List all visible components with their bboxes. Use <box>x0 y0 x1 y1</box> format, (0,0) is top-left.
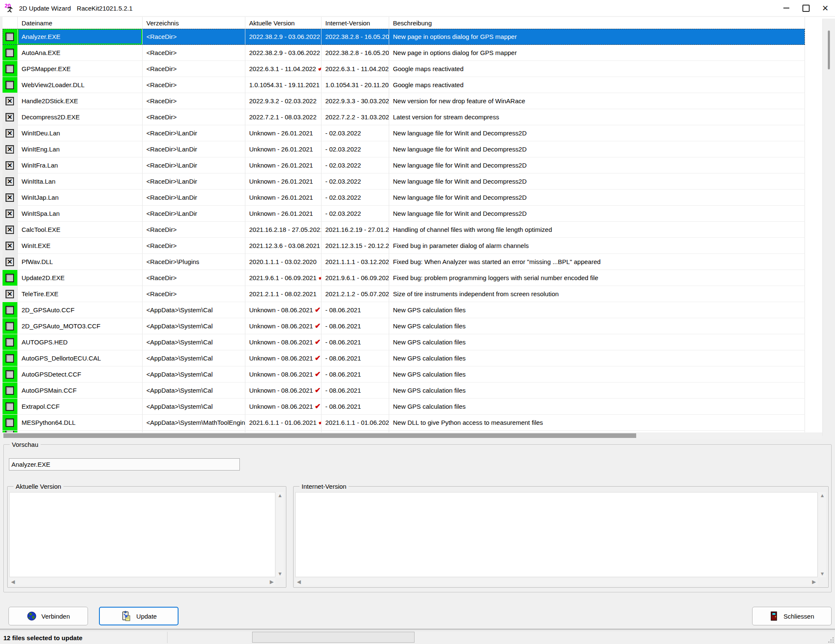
file-name-cell[interactable]: Handle2DStick.EXE <box>18 93 143 109</box>
file-name-cell[interactable]: AUTOGPS.HED <box>18 334 143 350</box>
description-cell[interactable]: New language file for WinIt and Decompre… <box>389 206 805 222</box>
file-name-cell[interactable]: GPSMapper.EXE <box>18 61 143 77</box>
table-row[interactable]: ✕Decompress2D.EXE<RaceDir>2022.7.2.1 - 0… <box>3 109 805 125</box>
checkbox-icon[interactable] <box>5 322 14 330</box>
checkbox-icon[interactable] <box>5 418 14 427</box>
internet-version-cell[interactable]: - 02.03.2022 <box>321 190 389 206</box>
description-cell[interactable]: New language file for WinIt and Decompre… <box>389 173 805 190</box>
table-row[interactable]: ✕WinItFra.Lan<RaceDir>\LanDirUnknown - 2… <box>3 157 805 173</box>
table-row[interactable]: AutoAna.EXE<RaceDir>2022.38.2.9 - 03.06.… <box>3 45 805 61</box>
internet-version-cell[interactable]: 2022.38.2.8 - 16.05.2022 <box>321 45 389 61</box>
internet-version-cell[interactable]: - 02.03.2022 <box>321 206 389 222</box>
scroll-right-icon[interactable]: ▶ <box>812 579 816 584</box>
checkbox-icon[interactable] <box>5 65 14 73</box>
internet-version-cell[interactable]: - 08.06.2021 <box>321 334 389 350</box>
table-row[interactable]: Extrapol.CCF<AppData>\System\CalUnknown … <box>3 399 805 415</box>
row-checkbox-cell[interactable] <box>3 77 18 93</box>
column-header-Aktuelle Version[interactable]: Aktuelle Version <box>245 17 321 29</box>
column-header-Verzeichnis[interactable]: Verzeichnis <box>143 17 245 29</box>
directory-cell[interactable]: <RaceDir> <box>143 61 245 77</box>
checkbox-excluded-icon[interactable]: ✕ <box>5 177 14 186</box>
checkbox-excluded-icon[interactable]: ✕ <box>5 209 14 218</box>
table-row[interactable]: ✕WinItEng.Lan<RaceDir>\LanDirUnknown - 2… <box>3 141 805 157</box>
row-checkbox-cell[interactable] <box>3 61 18 77</box>
directory-cell[interactable]: <RaceDir> <box>143 270 245 286</box>
row-checkbox-cell[interactable] <box>3 270 18 286</box>
description-cell[interactable]: New DLL to give Python access to measure… <box>389 415 805 431</box>
file-name-cell[interactable]: 2D_GPSAuto_MOTO3.CCF <box>18 318 143 334</box>
checkbox-icon[interactable] <box>5 370 14 379</box>
checkbox-icon[interactable] <box>5 33 14 41</box>
internet-version-hscrollbar[interactable]: ◀ ▶ <box>295 578 818 586</box>
directory-cell[interactable]: <AppData>\System\Cal <box>143 334 245 350</box>
row-checkbox-cell[interactable]: ✕ <box>3 286 18 302</box>
row-checkbox-cell[interactable]: ✕ <box>3 93 18 109</box>
row-checkbox-cell[interactable] <box>3 318 18 334</box>
description-cell[interactable]: New language file for WinIt and Decompre… <box>389 190 805 206</box>
table-row[interactable]: 2D_GPSAuto.CCF<AppData>\System\CalUnknow… <box>3 302 805 318</box>
current-version-cell[interactable]: 2022.9.3.2 - 02.03.2022 <box>245 93 321 109</box>
checkbox-excluded-icon[interactable]: ✕ <box>5 258 14 266</box>
description-cell[interactable]: Google maps reactivated <box>389 61 805 77</box>
current-version-cell[interactable]: 2020.1.1.1 - 03.02.2020 <box>245 254 321 270</box>
directory-cell[interactable]: <RaceDir>\LanDir <box>143 157 245 173</box>
description-cell[interactable]: New GPS calculation files <box>389 302 805 318</box>
file-name-cell[interactable]: TeleTire.EXE <box>18 286 143 302</box>
file-name-cell[interactable]: WinItIta.Lan <box>18 173 143 190</box>
file-name-cell[interactable]: WinItJap.Lan <box>18 190 143 206</box>
current-version-cell[interactable]: Unknown - 26.01.2021 <box>245 125 321 141</box>
resize-grip[interactable] <box>828 637 834 643</box>
table-row[interactable]: AutoGPSMain.CCF<AppData>\System\CalUnkno… <box>3 383 805 399</box>
table-row[interactable]: 2D_GPSAuto_MOTO3.CCF<AppData>\System\Cal… <box>3 318 805 334</box>
file-name-cell[interactable]: WinItDeu.Lan <box>18 125 143 141</box>
directory-cell[interactable]: <AppData>\System\Cal <box>143 383 245 399</box>
internet-version-cell[interactable]: 1.0.1054.31 - 20.11.2021 <box>321 77 389 93</box>
internet-version-cell[interactable]: - 02.03.2022 <box>321 141 389 157</box>
checkbox-excluded-icon[interactable]: ✕ <box>5 129 14 138</box>
internet-version-cell[interactable]: 2022.38.2.8 - 16.05.2022 <box>321 29 389 45</box>
column-header-Dateiname[interactable]: Dateiname <box>18 17 143 29</box>
file-name-cell[interactable]: WinItSpa.Lan <box>18 206 143 222</box>
update-button[interactable]: Update <box>99 607 179 625</box>
directory-cell[interactable]: <AppData>\System\Cal <box>143 399 245 415</box>
file-name-cell[interactable]: WebView2Loader.DLL <box>18 77 143 93</box>
current-version-cell[interactable]: Unknown - 08.06.2021✔ <box>245 318 321 334</box>
current-version-cell[interactable]: Unknown - 08.06.2021✔ <box>245 383 321 399</box>
current-version-cell[interactable]: Unknown - 26.01.2021 <box>245 141 321 157</box>
directory-cell[interactable]: <RaceDir> <box>143 109 245 125</box>
description-cell[interactable]: New GPS calculation files <box>389 366 805 383</box>
internet-version-cell[interactable]: 2021.9.6.1 - 06.09.2021 <box>321 270 389 286</box>
current-version-cell[interactable]: Unknown - 26.01.2021 <box>245 157 321 173</box>
row-checkbox-cell[interactable] <box>3 29 18 45</box>
description-cell[interactable]: Fixed bug in parameter dialog of alarm c… <box>389 238 805 254</box>
internet-version-cell[interactable]: 2021.2.1.2 - 05.07.2021 <box>321 286 389 302</box>
checkbox-excluded-icon[interactable]: ✕ <box>5 145 14 154</box>
description-cell[interactable]: New language file for WinIt and Decompre… <box>389 141 805 157</box>
row-checkbox-cell[interactable]: ✕ <box>3 254 18 270</box>
directory-cell[interactable]: <AppData>\System\Cal <box>143 302 245 318</box>
current-version-cell[interactable]: Unknown - 26.01.2021 <box>245 173 321 190</box>
current-version-cell[interactable]: Unknown - 08.06.2021✔ <box>245 334 321 350</box>
file-name-cell[interactable]: Decompress2D.EXE <box>18 109 143 125</box>
current-version-cell[interactable]: 2021.6.1.1 - 01.06.2021✔ <box>245 415 321 431</box>
directory-cell[interactable]: <AppData>\System\Cal <box>143 318 245 334</box>
table-row[interactable]: AutoGPSDetect.CCF<AppData>\System\CalUnk… <box>3 366 805 383</box>
column-header-checkbox[interactable] <box>3 17 18 29</box>
table-row[interactable]: ✕WinItIta.Lan<RaceDir>\LanDirUnknown - 2… <box>3 173 805 190</box>
horizontal-scrollbar-thumb[interactable] <box>3 433 636 438</box>
directory-cell[interactable]: <AppData>\System\MathToolEngine <box>143 415 245 431</box>
description-cell[interactable]: Handling of channel files with wrong fil… <box>389 222 805 238</box>
internet-version-cell[interactable]: - 08.06.2021 <box>321 366 389 383</box>
directory-cell[interactable]: <RaceDir> <box>143 93 245 109</box>
internet-version-cell[interactable]: - 08.06.2021 <box>321 350 389 366</box>
row-checkbox-cell[interactable] <box>3 383 18 399</box>
row-checkbox-cell[interactable]: ✕ <box>3 173 18 190</box>
current-version-cell[interactable]: Unknown - 08.06.2021✔ <box>245 366 321 383</box>
table-row[interactable]: ✕WinItDeu.Lan<RaceDir>\LanDirUnknown - 2… <box>3 125 805 141</box>
checkbox-icon[interactable] <box>5 81 14 89</box>
directory-cell[interactable]: <AppData>\System\Cal <box>143 350 245 366</box>
row-checkbox-cell[interactable]: ✕ <box>3 190 18 206</box>
description-cell[interactable]: New language file for WinIt and Decompre… <box>389 157 805 173</box>
table-row[interactable]: ✕Handle2DStick.EXE<RaceDir>2022.9.3.2 - … <box>3 93 805 109</box>
checkbox-icon[interactable] <box>5 49 14 57</box>
